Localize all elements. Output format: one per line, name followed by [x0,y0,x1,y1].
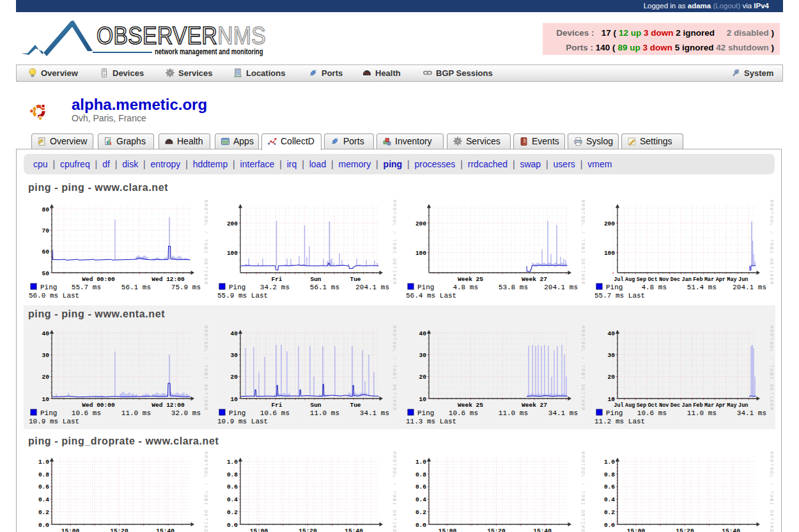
svg-text:55.7 ms: 55.7 ms [72,284,101,291]
svg-text:200: 200 [415,220,426,227]
svg-text:20: 20 [419,374,427,381]
svg-text:0.4: 0.4 [227,496,238,503]
svg-text:30: 30 [419,352,427,359]
svg-text:Wed 12:00: Wed 12:00 [151,402,185,409]
svg-text:70: 70 [42,227,50,234]
svg-text:0.0: 0.0 [38,522,49,529]
svg-text:200: 200 [227,220,238,227]
svg-text:10.9 ms Last: 10.9 ms Last [217,418,268,425]
svg-text:30: 30 [42,352,50,359]
svg-text:15:00: 15:00 [627,528,646,532]
svg-text:RRDTOOL / TOBI OETIKER: RRDTOOL / TOBI OETIKER [769,200,773,285]
svg-text:Ping: Ping [417,409,434,417]
svg-text:Aug: Aug [625,402,635,409]
svg-text:10.9 ms Last: 10.9 ms Last [29,418,79,425]
svg-text:0.2: 0.2 [227,509,238,516]
svg-text:0.2: 0.2 [604,509,615,516]
svg-text:50: 50 [42,270,50,277]
svg-text:Sep: Sep [637,402,646,409]
svg-text:15:00: 15:00 [61,528,80,532]
svg-text:20: 20 [42,374,50,381]
svg-text:75.9 ms: 75.9 ms [171,284,201,291]
svg-text:40: 40 [419,330,427,337]
svg-text:11.0 ms: 11.0 ms [310,409,339,417]
svg-text:0.8: 0.8 [38,471,49,478]
svg-text:Aug: Aug [625,277,635,283]
svg-text:0.4: 0.4 [38,496,49,503]
svg-text:20: 20 [608,374,616,381]
svg-text:34.2 ms: 34.2 ms [260,284,290,291]
svg-text:Ping: Ping [606,284,623,291]
svg-text:0.6: 0.6 [227,483,238,490]
svg-text:100: 100 [227,250,238,257]
svg-text:Tue: Tue [350,276,361,283]
svg-text:10: 10 [608,396,616,403]
svg-text:Tue: Tue [350,402,361,409]
svg-text:10: 10 [231,396,238,403]
svg-text:Nov: Nov [659,277,669,283]
svg-text:1.0: 1.0 [38,459,49,466]
svg-text:Wed 00:00: Wed 00:00 [82,402,115,409]
svg-text:4.8 ms: 4.8 ms [641,284,667,291]
svg-text:Week 27: Week 27 [522,402,547,409]
svg-text:11.2 ms Last: 11.2 ms Last [594,418,645,425]
svg-text:0.6: 0.6 [415,483,426,490]
svg-text:Sun: Sun [310,276,321,283]
svg-text:0.4: 0.4 [604,496,615,503]
svg-text:Jul: Jul [614,402,623,409]
svg-text:0.8: 0.8 [227,471,238,478]
svg-text:204.1 ms: 204.1 ms [733,284,766,291]
svg-text:RRDTOOL / TOBI OETIKER: RRDTOOL / TOBI OETIKER [203,326,208,411]
svg-text:15:20: 15:20 [676,528,694,532]
svg-text:11.0 ms: 11.0 ms [121,409,151,417]
svg-text:15:40: 15:40 [156,528,175,532]
svg-text:10.6 ms: 10.6 ms [449,409,478,417]
svg-text:Oct: Oct [648,277,657,283]
svg-text:Dec: Dec [671,402,680,409]
svg-text:RRDTOOL / TOBI OETIKER: RRDTOOL / TOBI OETIKER [392,452,396,532]
svg-text:10.6 ms: 10.6 ms [637,409,667,417]
svg-text:0.6: 0.6 [604,483,615,490]
svg-text:RRDTOOL / TOBI OETIKER: RRDTOOL / TOBI OETIKER [769,452,773,532]
svg-text:60: 60 [42,248,50,255]
svg-text:RRDTOOL / TOBI OETIKER: RRDTOOL / TOBI OETIKER [580,200,585,285]
svg-text:Wed 12:00: Wed 12:00 [151,276,185,283]
svg-text:RRDTOOL / TOBI OETIKER: RRDTOOL / TOBI OETIKER [203,452,208,532]
svg-text:80: 80 [42,206,50,213]
svg-text:Nov: Nov [659,402,669,409]
svg-text:Week 27: Week 27 [522,276,547,283]
svg-text:Feb: Feb [693,402,702,409]
svg-text:Week 25: Week 25 [458,276,483,283]
svg-text:10: 10 [42,396,50,403]
svg-text:Ping: Ping [40,284,57,291]
svg-text:0.6: 0.6 [38,483,49,490]
svg-text:34.1 ms: 34.1 ms [548,409,578,417]
svg-text:10: 10 [419,396,427,403]
svg-text:40: 40 [231,330,238,337]
svg-text:11.3 ms Last: 11.3 ms Last [406,418,456,425]
svg-text:May: May [727,402,736,409]
svg-text:40: 40 [608,330,616,337]
svg-text:0.8: 0.8 [415,471,426,478]
svg-text:Dec: Dec [671,277,680,283]
svg-text:Jun: Jun [738,277,748,283]
svg-text:Jan: Jan [682,277,692,283]
svg-text:30: 30 [231,352,238,359]
svg-text:Ping: Ping [417,284,434,291]
svg-text:0.2: 0.2 [38,509,49,516]
svg-text:Mar: Mar [704,277,714,283]
svg-text:56.0 ms Last: 56.0 ms Last [29,292,79,299]
svg-text:34.1 ms: 34.1 ms [737,409,766,417]
svg-text:15:20: 15:20 [299,528,317,532]
svg-text:40: 40 [42,330,50,337]
svg-text:55.9 ms Last: 55.9 ms Last [217,292,268,299]
svg-text:Fri: Fri [271,402,282,409]
svg-text:10.6 ms: 10.6 ms [72,409,101,417]
svg-text:Apr: Apr [716,402,725,409]
svg-text:0.0: 0.0 [415,522,426,529]
svg-text:0.4: 0.4 [415,496,426,503]
svg-text:RRDTOOL / TOBI OETIKER: RRDTOOL / TOBI OETIKER [580,326,585,411]
svg-text:Apr: Apr [716,277,725,283]
svg-text:32.0 ms: 32.0 ms [171,409,201,417]
svg-text:15:40: 15:40 [722,528,740,532]
